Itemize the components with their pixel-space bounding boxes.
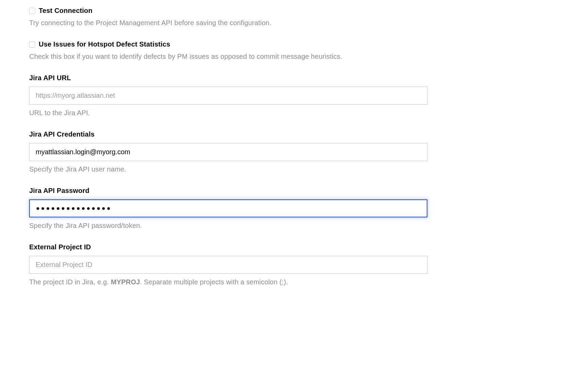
external-project-id-help-bold: MYPROJ bbox=[111, 278, 140, 286]
external-project-id-help-suffix: . Separate multiple projects with a semi… bbox=[140, 278, 288, 286]
external-project-id-group: External Project ID The project ID in Ji… bbox=[29, 243, 554, 287]
test-connection-label: Test Connection bbox=[39, 7, 92, 15]
use-issues-checkbox[interactable] bbox=[29, 41, 35, 48]
jira-api-url-label: Jira API URL bbox=[29, 74, 554, 82]
jira-api-credentials-input[interactable] bbox=[29, 143, 427, 161]
external-project-id-input[interactable] bbox=[29, 256, 427, 274]
use-issues-help: Check this box if you want to identify d… bbox=[29, 52, 554, 61]
test-connection-group: Test Connection Try connecting to the Pr… bbox=[29, 7, 554, 28]
jira-api-credentials-group: Jira API Credentials Specify the Jira AP… bbox=[29, 130, 554, 174]
use-issues-label: Use Issues for Hotspot Defect Statistics bbox=[39, 40, 170, 48]
use-issues-row: Use Issues for Hotspot Defect Statistics bbox=[29, 40, 554, 48]
use-issues-group: Use Issues for Hotspot Defect Statistics… bbox=[29, 40, 554, 61]
jira-api-password-group: Jira API Password Specify the Jira API p… bbox=[29, 187, 554, 230]
test-connection-checkbox[interactable] bbox=[29, 8, 35, 14]
test-connection-help: Try connecting to the Project Management… bbox=[29, 18, 554, 28]
jira-api-password-label: Jira API Password bbox=[29, 187, 554, 195]
jira-api-password-help: Specify the Jira API password/token. bbox=[29, 221, 554, 230]
jira-api-url-help: URL to the Jira API. bbox=[29, 108, 554, 118]
jira-api-credentials-label: Jira API Credentials bbox=[29, 130, 554, 138]
jira-api-password-input[interactable] bbox=[29, 199, 427, 217]
external-project-id-help-prefix: The project ID in Jira, e.g. bbox=[29, 278, 111, 286]
jira-api-url-group: Jira API URL URL to the Jira API. bbox=[29, 74, 554, 118]
jira-api-credentials-help: Specify the Jira API user name. bbox=[29, 164, 554, 174]
external-project-id-label: External Project ID bbox=[29, 243, 554, 251]
jira-api-url-input[interactable] bbox=[29, 87, 427, 105]
external-project-id-help: The project ID in Jira, e.g. MYPROJ. Sep… bbox=[29, 277, 554, 287]
test-connection-row: Test Connection bbox=[29, 7, 554, 15]
